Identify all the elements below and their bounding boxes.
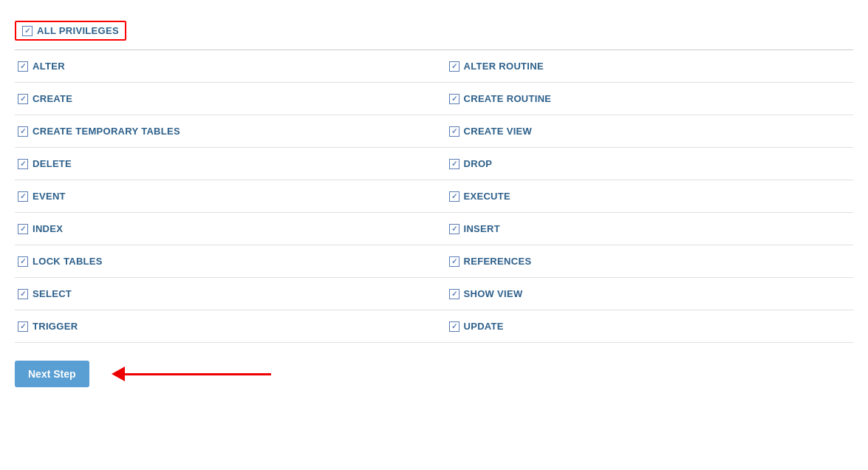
privilege-cell-left-0[interactable]: ALTER	[15, 50, 434, 83]
checkbox-icon-left-0[interactable]	[18, 61, 28, 72]
privilege-label-right-7: SHOW VIEW	[464, 288, 523, 299]
all-privileges-label: ALL PRIVILEGES	[37, 25, 119, 36]
checkbox-icon-right-1[interactable]	[449, 94, 459, 104]
checkbox-icon-right-8[interactable]	[449, 321, 459, 332]
privilege-label-left-6: LOCK TABLES	[33, 256, 103, 267]
next-step-button[interactable]: Next Step	[15, 361, 89, 387]
privilege-label-right-8: UPDATE	[464, 321, 504, 332]
privilege-cell-right-0[interactable]: ALTER ROUTINE	[434, 50, 854, 83]
privilege-cell-right-6[interactable]: REFERENCES	[434, 245, 854, 278]
privilege-label-left-5: INDEX	[33, 223, 63, 234]
arrow-indicator	[112, 367, 271, 381]
checkbox-icon-left-3[interactable]	[18, 159, 28, 169]
privilege-label-left-4: EVENT	[33, 191, 66, 202]
privileges-grid: ALTER ALTER ROUTINE CREATE CREATE ROUTIN…	[15, 50, 853, 343]
privilege-cell-right-7[interactable]: SHOW VIEW	[434, 278, 854, 310]
checkbox-icon-left-4[interactable]	[18, 191, 28, 202]
privilege-label-right-4: EXECUTE	[464, 191, 511, 202]
checkbox-icon-left-7[interactable]	[18, 289, 28, 299]
privilege-cell-left-2[interactable]: CREATE TEMPORARY TABLES	[15, 115, 434, 148]
checkbox-icon-left-8[interactable]	[18, 321, 28, 332]
privilege-cell-left-3[interactable]: DELETE	[15, 148, 434, 180]
privilege-label-left-1: CREATE	[33, 93, 72, 104]
main-container: ALL PRIVILEGES ALTER ALTER ROUTINE CREAT…	[0, 0, 868, 470]
privilege-label-left-2: CREATE TEMPORARY TABLES	[33, 126, 180, 137]
privilege-label-right-5: INSERT	[464, 223, 500, 234]
privilege-label-right-3: DROP	[464, 158, 493, 169]
privilege-label-left-3: DELETE	[33, 158, 72, 169]
checkbox-icon-left-6[interactable]	[18, 256, 28, 267]
privilege-label-right-0: ALTER ROUTINE	[464, 61, 544, 72]
privilege-cell-left-6[interactable]: LOCK TABLES	[15, 245, 434, 278]
privilege-cell-left-4[interactable]: EVENT	[15, 180, 434, 213]
all-privileges-checkbox-box[interactable]: ALL PRIVILEGES	[15, 21, 126, 41]
checkbox-icon-right-4[interactable]	[449, 191, 459, 202]
privilege-cell-right-5[interactable]: INSERT	[434, 213, 854, 245]
checkbox-icon-left-1[interactable]	[18, 94, 28, 104]
checkbox-icon-right-6[interactable]	[449, 256, 459, 267]
privilege-label-left-0: ALTER	[33, 61, 65, 72]
privilege-cell-right-1[interactable]: CREATE ROUTINE	[434, 83, 854, 115]
checkbox-icon-left-5[interactable]	[18, 224, 28, 234]
checkbox-icon-right-3[interactable]	[449, 159, 459, 169]
privilege-cell-left-7[interactable]: SELECT	[15, 278, 434, 310]
checkbox-icon-right-7[interactable]	[449, 289, 459, 299]
privilege-label-left-8: TRIGGER	[33, 321, 78, 332]
all-privileges-row: ALL PRIVILEGES	[15, 15, 853, 50]
checkbox-icon-left-2[interactable]	[18, 126, 28, 137]
privilege-label-right-1: CREATE ROUTINE	[464, 93, 552, 104]
privilege-label-right-6: REFERENCES	[464, 256, 532, 267]
checkbox-icon-right-5[interactable]	[449, 224, 459, 234]
privilege-cell-left-5[interactable]: INDEX	[15, 213, 434, 245]
privilege-cell-right-2[interactable]: CREATE VIEW	[434, 115, 854, 148]
arrow-line	[123, 373, 271, 375]
checkbox-icon-right-0[interactable]	[449, 61, 459, 72]
all-privileges-checkbox-icon[interactable]	[22, 26, 33, 36]
bottom-row: Next Step	[15, 361, 853, 387]
privilege-cell-right-3[interactable]: DROP	[434, 148, 854, 180]
checkbox-icon-right-2[interactable]	[449, 126, 459, 137]
privilege-label-right-2: CREATE VIEW	[464, 126, 533, 137]
privilege-cell-left-8[interactable]: TRIGGER	[15, 310, 434, 343]
privilege-cell-right-8[interactable]: UPDATE	[434, 310, 854, 343]
privilege-cell-left-1[interactable]: CREATE	[15, 83, 434, 115]
privilege-cell-right-4[interactable]: EXECUTE	[434, 180, 854, 213]
privilege-label-left-7: SELECT	[33, 288, 72, 299]
